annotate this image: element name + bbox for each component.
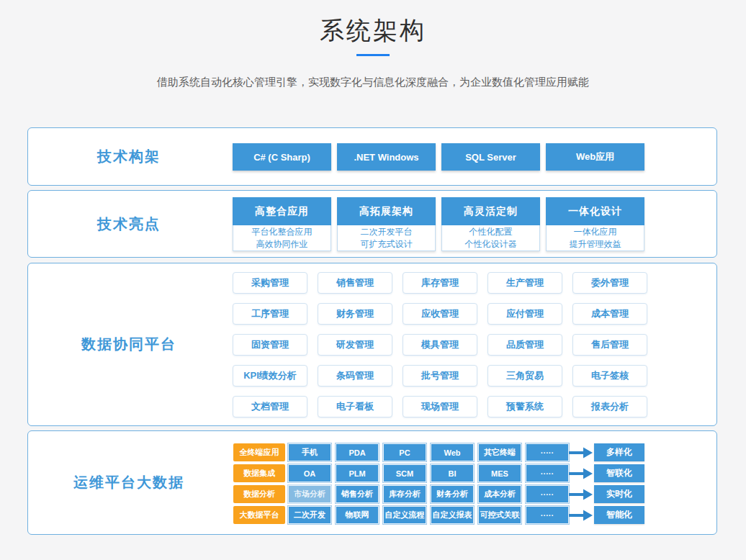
highlight-card-body: 个性化配置 个性化设计器 bbox=[441, 225, 540, 251]
ops-item-chip[interactable]: SCM bbox=[383, 464, 426, 482]
arrow-right-icon bbox=[569, 510, 593, 521]
highlight-line: 提升管理效益 bbox=[570, 238, 621, 250]
module-chip[interactable]: 财务管理 bbox=[318, 303, 392, 325]
ops-category-tag[interactable]: 数据分析 bbox=[233, 485, 285, 503]
module-chip[interactable]: 电子看板 bbox=[318, 396, 392, 417]
module-chip[interactable]: 现场管理 bbox=[403, 396, 477, 417]
module-chip[interactable]: 预警系统 bbox=[487, 396, 562, 417]
section-tech-framework: 技术构架 C# (C Sharp) .NET Windows SQL Serve… bbox=[27, 127, 717, 186]
highlight-line: 可扩充式设计 bbox=[361, 238, 413, 250]
module-chip[interactable]: 应付管理 bbox=[487, 303, 562, 325]
arrow-right-icon bbox=[569, 468, 593, 479]
section-ops-platform: 运维平台大数据 全终端应用 手机 PDA PC Web 其它终端 ····· 多… bbox=[27, 430, 717, 535]
module-chip[interactable]: 电子签核 bbox=[572, 365, 647, 387]
ops-row-terminals: 全终端应用 手机 PDA PC Web 其它终端 ····· 多样化 bbox=[28, 443, 716, 461]
module-chip[interactable]: 采购管理 bbox=[233, 272, 307, 294]
ops-item-chip[interactable]: BI bbox=[431, 464, 474, 482]
ops-item-chip[interactable]: PDA bbox=[336, 443, 379, 461]
ops-item-chip[interactable]: 财务分析 bbox=[431, 485, 474, 503]
highlight-line: 一体化应用 bbox=[574, 226, 617, 238]
section-data-platform-label: 数据协同平台 bbox=[81, 335, 176, 354]
ops-row-analysis: 数据分析 市场分析 销售分析 库存分析 财务分析 成本分析 ····· 实时化 bbox=[28, 485, 716, 503]
module-chip[interactable]: 品质管理 bbox=[487, 334, 562, 356]
highlight-line: 二次开发平台 bbox=[361, 226, 413, 238]
ops-result-chip[interactable]: 多样化 bbox=[594, 443, 644, 461]
highlight-card: 高拓展架构 二次开发平台 可扩充式设计 bbox=[337, 197, 436, 251]
section-tech-highlights: 技术亮点 高整合应用 平台化整合应用 高效协同作业 高拓展架构 二次开发平台 可… bbox=[27, 190, 717, 258]
highlight-line: 个性化设计器 bbox=[465, 238, 517, 250]
highlight-card-header: 高拓展架构 bbox=[337, 197, 436, 225]
ops-item-chip[interactable]: 自定义流程 bbox=[383, 506, 426, 524]
ops-category-tag[interactable]: 全终端应用 bbox=[233, 443, 285, 461]
arrow-right-icon bbox=[569, 489, 593, 500]
section-data-platform: 数据协同平台 采购管理 销售管理 库存管理 生产管理 委外管理 工序管理 财务管… bbox=[27, 263, 717, 426]
module-chip[interactable]: 报表分析 bbox=[572, 396, 647, 417]
ops-item-chip[interactable]: 市场分析 bbox=[288, 485, 331, 503]
module-chip[interactable]: KPI绩效分析 bbox=[233, 365, 307, 387]
title-underline bbox=[356, 54, 390, 56]
page-title: 系统架构 bbox=[0, 14, 746, 48]
ops-item-chip[interactable]: OA bbox=[288, 464, 331, 482]
ops-item-chip[interactable]: 可控式关联 bbox=[478, 506, 521, 524]
module-chip[interactable]: 工序管理 bbox=[233, 303, 307, 325]
module-chip[interactable]: 成本管理 bbox=[572, 303, 647, 325]
ops-item-chip[interactable]: 手机 bbox=[288, 443, 331, 461]
ops-item-chip[interactable]: 自定义报表 bbox=[431, 506, 474, 524]
ops-result-chip[interactable]: 智能化 bbox=[594, 506, 644, 524]
ops-row-integration: 数据集成 OA PLM SCM BI MES ····· 智联化 bbox=[28, 464, 716, 482]
module-chip[interactable]: 售后管理 bbox=[572, 334, 647, 356]
module-chip[interactable]: 库存管理 bbox=[403, 272, 477, 294]
highlight-card-body: 平台化整合应用 高效协同作业 bbox=[233, 225, 331, 251]
section-label-column: 技术构架 bbox=[28, 128, 230, 185]
tech-button-dotnet[interactable]: .NET Windows bbox=[337, 143, 436, 171]
ops-item-chip[interactable]: 物联网 bbox=[336, 506, 379, 524]
ops-item-chip-ellipsis[interactable]: ····· bbox=[526, 443, 569, 461]
module-chip[interactable]: 销售管理 bbox=[318, 272, 392, 294]
ops-item-chip-ellipsis[interactable]: ····· bbox=[526, 506, 569, 524]
page: 系统架构 借助系统自动化核心管理引擎，实现数字化与信息化深度融合，为企业数值化管… bbox=[0, 0, 746, 560]
module-chip[interactable]: 生产管理 bbox=[487, 272, 562, 294]
highlight-card-header: 一体化设计 bbox=[546, 197, 644, 225]
module-chip[interactable]: 应收管理 bbox=[403, 303, 477, 325]
highlight-line: 高效协同作业 bbox=[256, 238, 308, 250]
section-tech-highlights-label: 技术亮点 bbox=[97, 214, 161, 234]
module-chip[interactable]: 文档管理 bbox=[233, 396, 307, 417]
module-chip[interactable]: 批号管理 bbox=[403, 365, 477, 387]
ops-item-chip-ellipsis[interactable]: ····· bbox=[526, 464, 569, 482]
ops-item-chip[interactable]: 其它终端 bbox=[478, 443, 521, 461]
ops-item-chip[interactable]: PLM bbox=[336, 464, 379, 482]
ops-result-chip[interactable]: 实时化 bbox=[594, 485, 644, 503]
highlight-card: 高整合应用 平台化整合应用 高效协同作业 bbox=[233, 197, 331, 251]
ops-item-chip[interactable]: 成本分析 bbox=[478, 485, 521, 503]
ops-result-chip[interactable]: 智联化 bbox=[594, 464, 644, 482]
arrow-right-icon bbox=[569, 447, 593, 459]
page-subtitle: 借助系统自动化核心管理引擎，实现数字化与信息化深度融合，为企业数值化管理应用赋能 bbox=[0, 76, 746, 89]
module-chip[interactable]: 委外管理 bbox=[572, 272, 647, 294]
module-chip[interactable]: 三角贸易 bbox=[487, 365, 562, 387]
ops-category-tag[interactable]: 数据集成 bbox=[233, 464, 285, 482]
ops-item-chip[interactable]: PC bbox=[383, 443, 426, 461]
tech-button-web[interactable]: Web应用 bbox=[546, 143, 644, 171]
highlight-line: 个性化配置 bbox=[469, 226, 513, 238]
ops-item-chip[interactable]: 销售分析 bbox=[336, 485, 379, 503]
ops-item-chip[interactable]: MES bbox=[478, 464, 521, 482]
highlight-card-body: 一体化应用 提升管理效益 bbox=[546, 225, 644, 251]
highlight-card-header: 高灵活定制 bbox=[441, 197, 540, 225]
ops-item-chip[interactable]: Web bbox=[431, 443, 474, 461]
module-chip[interactable]: 研发管理 bbox=[318, 334, 392, 356]
ops-item-chip-ellipsis[interactable]: ····· bbox=[526, 485, 569, 503]
ops-item-chip[interactable]: 库存分析 bbox=[383, 485, 426, 503]
ops-category-tag[interactable]: 大数据平台 bbox=[233, 506, 285, 524]
module-chip[interactable]: 条码管理 bbox=[318, 365, 392, 387]
tech-button-sqlserver[interactable]: SQL Server bbox=[441, 143, 540, 171]
section-label-column: 数据协同平台 bbox=[28, 263, 230, 425]
ops-row-bigdata: 大数据平台 二次开发 物联网 自定义流程 自定义报表 可控式关联 ····· 智… bbox=[28, 506, 716, 524]
highlight-line: 平台化整合应用 bbox=[252, 226, 313, 238]
tech-button-csharp[interactable]: C# (C Sharp) bbox=[233, 143, 331, 171]
module-chip[interactable]: 固资管理 bbox=[233, 334, 307, 356]
highlight-card: 高灵活定制 个性化配置 个性化设计器 bbox=[441, 197, 540, 251]
highlight-card-header: 高整合应用 bbox=[233, 197, 331, 225]
module-chip[interactable]: 模具管理 bbox=[403, 334, 477, 356]
highlight-card-body: 二次开发平台 可扩充式设计 bbox=[337, 225, 436, 251]
ops-item-chip[interactable]: 二次开发 bbox=[288, 506, 331, 524]
